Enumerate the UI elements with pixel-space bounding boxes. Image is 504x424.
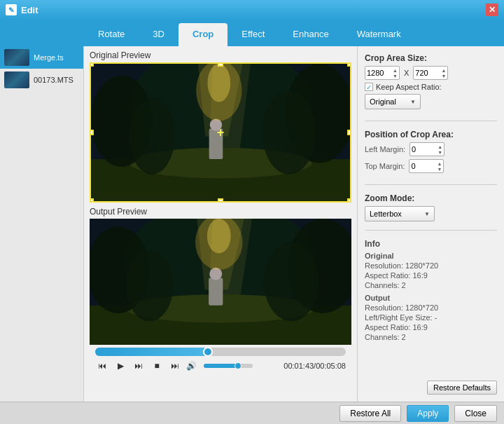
crop-width-value: 1280 [367,69,384,77]
sidebar-item-merge[interactable]: Merge.ts [0,46,83,69]
svg-point-23 [207,219,231,254]
crosshair: + [217,125,225,140]
top-margin-arrows[interactable]: ▲ ▼ [438,161,442,172]
playback-controls: ⏮ ▶ ⏭ ■ ⏭ 🔊 00:01:43/00:05:08 [90,345,351,376]
sidebar-thumb-merge [4,49,29,66]
sidebar-item-file[interactable]: 00173.MTS [0,69,83,91]
crop-size-section: Crop Area Size: 1280 ▲ ▼ X 720 ▲ [365,53,497,112]
output-canvas-inner [90,219,351,345]
right-panel: Crop Area Size: 1280 ▲ ▼ X 720 ▲ [357,46,504,402]
bottom-bar: Restore All Apply Close [0,402,504,424]
svg-point-9 [208,64,231,102]
svg-point-27 [264,242,319,322]
top-margin-row: Top Margin: 0 ▲ ▼ [365,159,497,173]
checkbox-checkmark: ✓ [366,83,372,91]
crop-width-arrows[interactable]: ▲ ▼ [393,68,398,78]
crop-size-row: 1280 ▲ ▼ X 720 ▲ ▼ [365,66,497,80]
left-margin-arrows[interactable]: ▲ ▼ [438,144,442,155]
left-margin-spinbox[interactable]: 0 ▲ ▼ [410,142,444,156]
tab-3d[interactable]: 3D [139,23,178,46]
skip-back-button[interactable]: ⏮ [95,359,109,373]
progress-bar[interactable] [95,348,346,356]
volume-thumb[interactable] [234,362,241,369]
svg-point-26 [126,250,174,321]
restore-all-button[interactable]: Restore All [340,405,401,422]
keep-aspect-row: ✓ Keep Aspect Ratio: [365,83,497,91]
svg-point-13 [262,90,316,175]
crop-width-up[interactable]: ▲ [393,68,398,73]
crop-handle-tr[interactable] [347,62,351,67]
aspect-dropdown[interactable]: Original ▼ [365,94,421,109]
tab-enhance[interactable]: Enhance [279,23,342,46]
title-text: Edit [21,5,38,15]
left-margin-row: Left Margin: 0 ▲ ▼ [365,142,497,156]
volume-fill [204,364,238,368]
crop-handle-br[interactable] [347,198,351,203]
size-separator: X [404,69,409,77]
top-margin-spinbox[interactable]: 0 ▲ ▼ [409,159,444,173]
zoom-dropdown[interactable]: Letterbox ▼ [365,206,435,221]
crop-height-up[interactable]: ▲ [441,68,446,73]
info-section: Info Original Resolution: 1280*720 Aspec… [365,239,497,343]
sidebar-thumb-file [4,71,29,88]
skip-end-button[interactable]: ⏭ [168,359,182,373]
sidebar-file-label: 00173.MTS [34,76,74,84]
crop-handle-tl[interactable] [90,62,94,67]
original-preview-canvas: + [90,62,351,203]
left-margin-down[interactable]: ▼ [438,150,442,155]
crop-handle-tm[interactable] [218,62,223,67]
crop-width-down[interactable]: ▼ [393,74,398,78]
tab-bar: Rotate 3D Crop Effect Enhance Watermark [0,20,504,46]
close-window-button[interactable]: ✕ [486,4,498,16]
speaker-icon: 🔊 [186,361,197,371]
crop-handle-bl[interactable] [90,198,94,203]
sidebar-header [0,20,84,46]
restore-defaults-button[interactable]: Restore Defaults [427,381,497,395]
aspect-value: Original [370,97,396,106]
crop-height-down[interactable]: ▼ [441,74,446,78]
top-margin-down[interactable]: ▼ [438,167,442,172]
svg-rect-20 [209,278,223,305]
zoom-mode-section: Zoom Mode: Letterbox ▼ [365,193,497,221]
tab-watermark[interactable]: Watermark [343,23,415,46]
close-button[interactable]: Close [454,405,497,422]
content-row: Merge.ts 00173.MTS Original Preview [0,46,504,402]
time-display: 00:01:43/00:05:08 [284,362,346,370]
tab-effect[interactable]: Effect [227,23,279,46]
info-output-eye-size: Left/Right Eye Size: - [365,313,497,322]
progress-thumb[interactable] [203,347,213,357]
crop-width-spinbox[interactable]: 1280 ▲ ▼ [365,66,400,80]
left-margin-up[interactable]: ▲ [438,144,442,149]
step-forward-button[interactable]: ⏭ [132,359,146,373]
crop-height-value: 720 [415,69,428,77]
play-button[interactable]: ▶ [113,359,127,373]
zoom-mode-title: Zoom Mode: [365,193,497,203]
aspect-dropdown-arrow: ▼ [410,99,416,105]
top-margin-label: Top Margin: [365,162,405,170]
position-section: Position of Crop Area: Left Margin: 0 ▲ … [365,130,497,176]
info-output-channels: Channels: 2 [365,333,497,341]
crop-height-arrows[interactable]: ▲ ▼ [441,68,446,78]
info-output-title: Output [365,294,497,302]
volume-slider[interactable] [204,364,253,368]
original-preview-inner: + [91,64,350,201]
top-margin-up[interactable]: ▲ [438,161,442,166]
crop-height-spinbox[interactable]: 720 ▲ ▼ [413,66,448,80]
aspect-dropdown-row: Original ▼ [365,94,497,109]
crop-handle-ml[interactable] [90,130,94,135]
original-preview-label: Original Preview [90,50,351,60]
keep-aspect-label: Keep Aspect Ratio: [376,83,442,91]
zoom-value: Letterbox [370,210,402,218]
stop-button[interactable]: ■ [150,359,164,373]
tab-rotate[interactable]: Rotate [84,23,139,46]
crop-size-title: Crop Area Size: [365,53,497,63]
transport-row: ⏮ ▶ ⏭ ■ ⏭ 🔊 00:01:43/00:05:08 [95,359,346,373]
tabs-container: Rotate 3D Crop Effect Enhance Watermark [84,20,504,46]
info-title: Info [365,239,497,249]
apply-button[interactable]: Apply [407,405,449,422]
crop-handle-mr[interactable] [347,130,351,135]
divider-1 [365,121,497,121]
keep-aspect-checkbox[interactable]: ✓ [365,83,373,91]
tab-crop[interactable]: Crop [178,23,227,46]
crop-handle-bm[interactable] [218,198,223,203]
